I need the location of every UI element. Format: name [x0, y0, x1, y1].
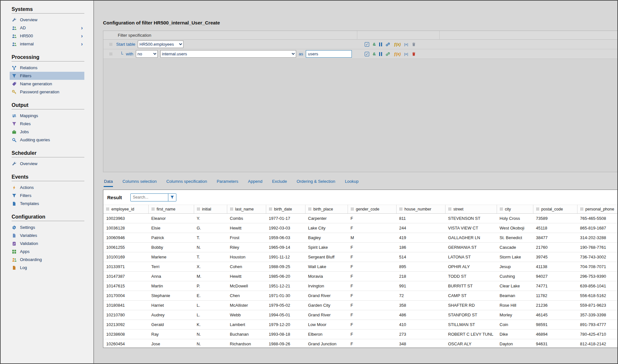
table-cell: F: [348, 281, 396, 291]
table-row[interactable]: 10147387AnnaM.Hewitt1985-06-20MoraviaF21…: [103, 272, 618, 281]
sidebar-item-configuration-log[interactable]: Log: [10, 264, 84, 272]
sidebar-item-configuration-variables[interactable]: Variables: [10, 231, 84, 239]
table-cell: 419: [396, 233, 445, 243]
table-row[interactable]: 10238608RayN.Buchanan1993-08-18ElberonF2…: [103, 330, 618, 339]
table-cell: Ray: [148, 330, 194, 339]
exclude-null-icon[interactable]: |×|: [404, 42, 408, 46]
tab-columns-selection[interactable]: Columns selection: [122, 178, 157, 187]
column-header-house-number[interactable]: house_number: [396, 205, 445, 214]
condition-icon[interactable]: &: [373, 51, 376, 56]
table-cell: Cushing: [497, 272, 533, 281]
table-row[interactable]: 10147615MartinP.McDowell1951-12-21Irving…: [103, 281, 618, 291]
tree-branch-icon: └: [120, 51, 123, 57]
table-row[interactable]: 10180841HarrietL.McAllister1979-05-02Gar…: [103, 301, 618, 310]
tab-exclude[interactable]: Exclude: [272, 178, 287, 187]
table-cell: Lambert: [227, 320, 266, 330]
sidebar-item-label: Validation: [20, 241, 38, 246]
table-cell: Terri: [148, 262, 194, 272]
pause-icon[interactable]: [379, 42, 382, 46]
table-cell: 10061255: [103, 243, 148, 252]
condition-icon[interactable]: &: [373, 42, 376, 47]
sidebar: SystemsOverviewAD›HR500›internal›Process…: [1, 1, 94, 363]
table-row[interactable]: 10210780AudreyL.Webb1994-05-01Grand Rive…: [103, 310, 618, 320]
column-header-postal-code[interactable]: postal_code: [533, 205, 577, 214]
table-cell: 812-418-2142: [577, 339, 618, 348]
pause-icon[interactable]: [379, 52, 382, 56]
table-cell: Y.: [194, 214, 227, 223]
column-header-birth-date[interactable]: birth_date: [266, 205, 305, 214]
sidebar-item-events-filters[interactable]: Filters: [10, 191, 84, 200]
function-icon[interactable]: ƒ(x): [394, 42, 400, 47]
tab-parameters[interactable]: Parameters: [216, 178, 239, 187]
table-row[interactable]: 10213092GeraldK.Lambert1979-12-20Low Moo…: [103, 320, 618, 330]
join-mode-select[interactable]: no: [136, 50, 158, 58]
table-row[interactable]: 10036128ElsieG.Hewitt1992-03-03Lake City…: [103, 223, 618, 233]
sidebar-item-processing-relations[interactable]: Relations: [10, 64, 84, 72]
sidebar-item-processing-name-generation[interactable]: Name generation: [10, 80, 84, 88]
sidebar-item-scheduler-overview[interactable]: Overview: [10, 160, 84, 168]
sidebar-item-output-mappings[interactable]: Mappings: [10, 112, 84, 120]
column-header-personal-phone[interactable]: personal_phone: [577, 205, 618, 214]
filter-spec-header: Filter specification: [103, 31, 618, 40]
table-row[interactable]: 10061255BobbyN.Riley1965-09-14Spirit Lak…: [103, 243, 618, 252]
tab-data[interactable]: Data: [104, 178, 113, 187]
table-row[interactable]: 10133971TerriX.Cohen1988-09-25Wall LakeF…: [103, 262, 618, 272]
tab-lookup[interactable]: Lookup: [344, 178, 359, 187]
search-input[interactable]: [131, 194, 168, 201]
delete-row-icon[interactable]: [412, 52, 416, 56]
sidebar-item-processing-filters[interactable]: Filters: [10, 72, 84, 80]
sidebar-item-processing-password-generation[interactable]: Password generation: [10, 88, 84, 96]
tab-append[interactable]: Append: [248, 178, 263, 187]
sidebar-item-output-jobs[interactable]: Jobs: [10, 128, 84, 136]
sidebar-item-events-actions[interactable]: Actions: [10, 183, 84, 191]
column-header-employee-id[interactable]: employee_id: [103, 205, 148, 214]
table-row[interactable]: 10260454JoseN.Richardson1988-09-26Grand …: [103, 339, 618, 348]
table-cell: F: [348, 310, 396, 320]
sidebar-item-configuration-validation[interactable]: Validation: [10, 239, 84, 247]
filter-icon: [12, 193, 17, 198]
sidebar-section-title: Output: [12, 102, 93, 108]
table-row[interactable]: 10170004StephanieE.Chen1971-01-30Grand R…: [103, 291, 618, 301]
delete-row-icon[interactable]: [412, 42, 416, 46]
column-header-gender-code[interactable]: gender_code: [348, 205, 396, 214]
table-row[interactable]: 10060946PatrickT.Frost1959-06-03BagleyM4…: [103, 233, 618, 243]
link-icon[interactable]: [386, 42, 390, 47]
search-filter-button[interactable]: [168, 194, 176, 201]
sidebar-item-systems-internal[interactable]: internal›: [10, 40, 84, 48]
tab-columns-specification[interactable]: Columns specification: [166, 178, 207, 187]
column-header-last-name[interactable]: last_name: [227, 205, 266, 214]
column-header-first-name[interactable]: first_name: [148, 205, 194, 214]
function-icon[interactable]: ƒ(x): [394, 52, 400, 56]
sidebar-item-configuration-settings[interactable]: Settings: [10, 223, 84, 231]
sidebar-item-configuration-onboarding[interactable]: Onboarding: [10, 256, 84, 264]
sidebar-item-systems-overview[interactable]: Overview: [10, 16, 84, 24]
sidebar-item-events-templates[interactable]: Templates: [10, 200, 84, 208]
alias-input[interactable]: [306, 50, 352, 58]
start-table-select[interactable]: HR500.employees: [138, 41, 183, 48]
sidebar-item-output-auditing-queries[interactable]: Auditing queries: [10, 136, 84, 144]
table-cell: Hewitt: [227, 223, 266, 233]
sidebar-item-label: Name generation: [20, 81, 52, 86]
column-header-initial[interactable]: initial: [194, 205, 227, 214]
table-cell: Elberon: [305, 330, 348, 339]
column-header-birth-place[interactable]: birth_place: [305, 205, 348, 214]
drag-handle-icon[interactable]: [109, 42, 114, 46]
table-cell: SHAFTER RD: [445, 301, 497, 310]
column-header-city[interactable]: city: [497, 205, 533, 214]
table-row[interactable]: 10023963EleanorY.Combs1977-01-17Carpente…: [103, 214, 618, 223]
result-table-scroll[interactable]: employee_idfirst_nameinitiallast_namebir…: [103, 205, 618, 348]
exclude-null-icon[interactable]: |×|: [404, 52, 408, 56]
table-row[interactable]: 10100169MarleneT.Houston1991-11-12Sergea…: [103, 252, 618, 262]
table-cell: 1977-01-17: [266, 214, 305, 223]
drag-handle-icon[interactable]: [109, 52, 114, 56]
sidebar-item-systems-ad[interactable]: AD›: [10, 24, 84, 32]
link-icon[interactable]: [386, 52, 390, 56]
row-enabled-checkbox[interactable]: ✓: [365, 52, 369, 56]
sidebar-item-systems-hr500[interactable]: HR500›: [10, 32, 84, 40]
row-enabled-checkbox[interactable]: ✓: [365, 42, 369, 47]
sidebar-item-output-roles[interactable]: Roles: [10, 120, 84, 128]
sidebar-item-configuration-apps[interactable]: Apps: [10, 247, 84, 256]
column-header-street[interactable]: street: [445, 205, 497, 214]
join-table-select[interactable]: internal.users: [160, 50, 296, 58]
tab-ordering-selection[interactable]: Ordering & Selection: [296, 178, 335, 187]
